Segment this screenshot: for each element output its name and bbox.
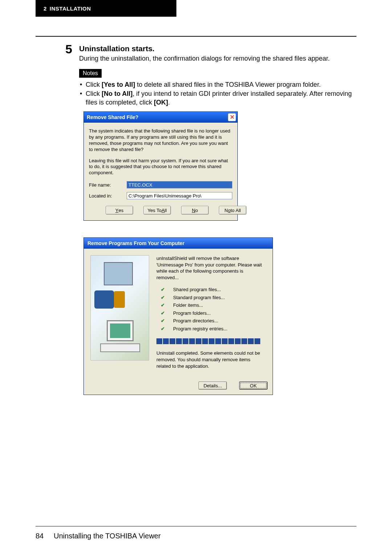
ok-button[interactable]: OK xyxy=(239,382,268,390)
dialog-message: Leaving this file will not harm your sys… xyxy=(89,158,232,176)
notes-badge: Notes xyxy=(79,69,102,78)
checklist-item: Program folders... xyxy=(167,309,266,317)
step-number: 5 xyxy=(65,42,72,56)
dialog-message: The system indicates that the following … xyxy=(89,128,232,153)
chapter-header: 2 INSTALLATION xyxy=(36,0,176,17)
checklist-item: Program directories... xyxy=(167,317,266,325)
divider-top xyxy=(36,36,356,37)
uninstall-status: Uninstall completed. Some elements could… xyxy=(156,350,266,369)
remove-shared-file-dialog: Remove Shared File? ✕ The system indicat… xyxy=(83,111,238,221)
chapter-number: 2 xyxy=(44,5,47,12)
yes-to-all-button[interactable]: Yes To All xyxy=(143,206,171,215)
page-number: 84 xyxy=(36,532,44,540)
dialog-title: Remove Programs From Your Computer xyxy=(87,240,184,246)
page-footer: 84 Uninstalling the TOSHIBA Viewer xyxy=(36,532,161,540)
details-button[interactable]: Details... xyxy=(199,382,227,390)
yes-button[interactable]: Yes xyxy=(106,206,133,215)
wizard-image xyxy=(90,255,149,360)
filename-field[interactable]: TTEC.OCX xyxy=(127,181,232,188)
no-button[interactable]: No xyxy=(181,206,209,215)
uninstall-intro: unInstallShield will remove the software… xyxy=(156,255,266,281)
chapter-title: INSTALLATION xyxy=(50,5,91,12)
located-label: Located in: xyxy=(89,193,127,199)
note-item: Click [No to All], if you intend to reta… xyxy=(79,90,356,107)
filename-label: File name: xyxy=(89,182,127,188)
note-item: Click [Yes to All] to delete all shared … xyxy=(79,81,356,89)
divider-bottom xyxy=(36,526,356,526)
checklist-item: Shared program files... xyxy=(167,286,266,294)
checklist-item: Standard program files... xyxy=(167,294,266,302)
step-description: During the uninstallation, the confirmat… xyxy=(79,54,356,63)
located-field[interactable]: C:\Program Files\Unimessage Pro\ xyxy=(127,192,232,199)
checklist-item: Folder items... xyxy=(167,301,266,309)
dialog-titlebar: Remove Programs From Your Computer xyxy=(84,238,273,249)
notes-list: Click [Yes to All] to delete all shared … xyxy=(79,81,356,107)
footer-title: Uninstalling the TOSHIBA Viewer xyxy=(54,532,161,540)
close-icon[interactable]: ✕ xyxy=(228,113,236,121)
checklist-item: Program registry entries... xyxy=(167,325,266,333)
step-title: Uninstallation starts. xyxy=(79,44,356,53)
dialog-title: Remove Shared File? xyxy=(87,114,138,120)
progress-bar xyxy=(156,338,266,344)
uninstall-checklist: Shared program files... Standard program… xyxy=(156,286,266,333)
dialog-titlebar: Remove Shared File? ✕ xyxy=(84,112,237,123)
no-to-all-button[interactable]: No to All xyxy=(219,206,246,215)
remove-programs-dialog: Remove Programs From Your Computer unIns… xyxy=(83,237,273,395)
